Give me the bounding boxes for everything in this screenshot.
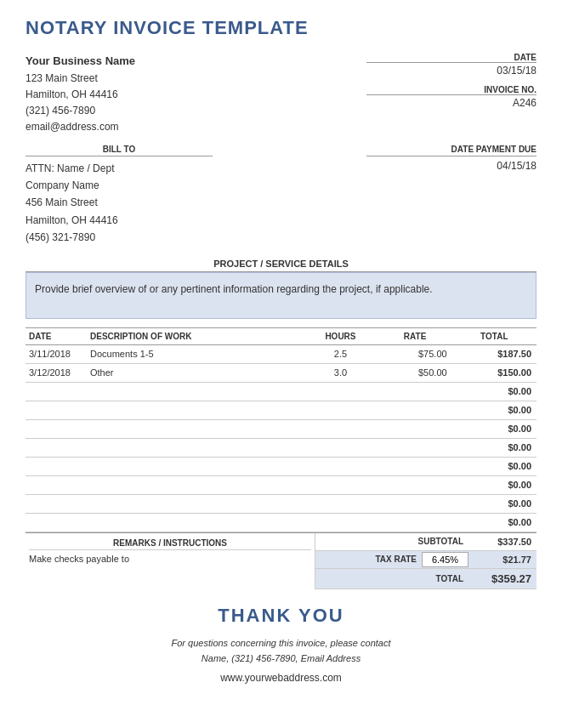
business-phone: (321) 456-7890: [26, 103, 135, 119]
date-payment-value: 04/15/18: [497, 160, 536, 172]
col-header-rate: RATE: [378, 327, 452, 344]
row-description: Documents 1-5: [87, 344, 303, 363]
total-final-row: TOTAL $359.27: [315, 569, 536, 589]
business-email: email@address.com: [26, 119, 135, 135]
row-rate: [378, 382, 452, 401]
subtotal-value: $337.50: [468, 533, 536, 550]
thank-you-section: THANK YOU For questions concerning this …: [26, 605, 536, 684]
bill-to-attn: ATTN: Name / Dept: [26, 160, 213, 177]
row-date: [26, 382, 87, 401]
bottom-section: REMARKS / INSTRUCTIONS Make checks payab…: [26, 532, 536, 589]
tax-rate-input[interactable]: [422, 552, 468, 567]
row-description: [87, 438, 303, 457]
total-label: TOTAL: [315, 571, 468, 587]
row-total: $0.00: [452, 475, 536, 494]
row-hours: [303, 401, 378, 419]
business-address1: 123 Main Street: [26, 71, 135, 87]
row-description: Other: [87, 363, 303, 382]
tax-rate-label: TAX RATE: [315, 551, 422, 567]
table-row: $0.00: [26, 419, 536, 438]
table-row: $0.00: [26, 494, 536, 513]
table-row: 3/12/2018 Other 3.0 $50.00 $150.00: [26, 363, 536, 382]
business-name: Your Business Name: [26, 53, 135, 71]
thank-you-text: THANK YOU: [26, 605, 536, 627]
row-rate: [378, 457, 452, 475]
header-section: Your Business Name 123 Main Street Hamil…: [26, 53, 536, 136]
row-date: [26, 513, 87, 532]
row-total: $187.50: [452, 344, 536, 363]
table-row: $0.00: [26, 438, 536, 457]
subtotal-label: SUBTOTAL: [315, 533, 468, 549]
bill-payment-section: BILL TO ATTN: Name / Dept Company Name 4…: [26, 145, 536, 247]
row-hours: 2.5: [303, 344, 378, 363]
invoice-no-value: A246: [366, 97, 536, 109]
row-rate: [378, 475, 452, 494]
business-address2: Hamilton, OH 44416: [26, 87, 135, 103]
row-rate: [378, 419, 452, 438]
row-description: [87, 401, 303, 419]
row-hours: [303, 419, 378, 438]
tax-amount: $21.77: [468, 551, 536, 568]
contact-line1: For questions concerning this invoice, p…: [171, 638, 390, 648]
col-header-total: TOTAL: [452, 327, 536, 344]
row-hours: [303, 494, 378, 513]
table-row: $0.00: [26, 401, 536, 419]
row-date: 3/12/2018: [26, 363, 87, 382]
bill-to-phone: (456) 321-7890: [26, 229, 213, 246]
website: www.yourwebaddress.com: [26, 672, 536, 684]
row-total: $0.00: [452, 401, 536, 419]
row-date: [26, 494, 87, 513]
row-rate: [378, 513, 452, 532]
row-rate: $50.00: [378, 363, 452, 382]
row-date: [26, 457, 87, 475]
row-rate: $75.00: [378, 344, 452, 363]
row-hours: [303, 438, 378, 457]
subtotal-row: SUBTOTAL $337.50: [315, 533, 536, 551]
row-total: $0.00: [452, 419, 536, 438]
business-info: Your Business Name 123 Main Street Hamil…: [26, 53, 135, 136]
row-total: $0.00: [452, 382, 536, 401]
row-description: [87, 419, 303, 438]
row-description: [87, 457, 303, 475]
row-date: [26, 419, 87, 438]
date-label: DATE: [366, 53, 536, 63]
table-row: $0.00: [26, 457, 536, 475]
row-date: 3/11/2018: [26, 344, 87, 363]
row-rate: [378, 438, 452, 457]
bill-to-address1: 456 Main Street: [26, 194, 213, 211]
date-value: 03/15/18: [366, 65, 536, 77]
bill-to-company: Company Name: [26, 177, 213, 194]
col-header-hours: HOURS: [303, 327, 378, 344]
table-row: $0.00: [26, 382, 536, 401]
remarks-text: Make checks payable to: [29, 554, 311, 564]
row-hours: [303, 475, 378, 494]
project-service-header: PROJECT / SERVICE DETAILS: [26, 259, 536, 272]
table-row: $0.00: [26, 475, 536, 494]
row-hours: [303, 513, 378, 532]
row-hours: [303, 382, 378, 401]
tax-row: TAX RATE $21.77: [315, 551, 536, 569]
remarks-label: REMARKS / INSTRUCTIONS: [29, 538, 311, 550]
row-hours: [303, 457, 378, 475]
table-row: 3/11/2018 Documents 1-5 2.5 $75.00 $187.…: [26, 344, 536, 363]
date-payment-block: DATE PAYMENT DUE 04/15/18: [366, 145, 536, 247]
row-total: $150.00: [452, 363, 536, 382]
bill-to-address2: Hamilton, OH 44416: [26, 212, 213, 229]
project-overview-box: Provide brief overview of or any pertine…: [26, 272, 536, 319]
row-total: $0.00: [452, 438, 536, 457]
bill-to-block: BILL TO ATTN: Name / Dept Company Name 4…: [26, 145, 213, 247]
row-description: [87, 382, 303, 401]
table-row: $0.00: [26, 513, 536, 532]
row-description: [87, 494, 303, 513]
row-total: $0.00: [452, 494, 536, 513]
totals-block: SUBTOTAL $337.50 TAX RATE $21.77 TOTAL $…: [315, 533, 536, 589]
remarks-block: REMARKS / INSTRUCTIONS Make checks payab…: [26, 533, 315, 589]
row-description: [87, 475, 303, 494]
total-value: $359.27: [468, 569, 536, 589]
page-title: NOTARY INVOICE TEMPLATE: [26, 17, 536, 39]
row-date: [26, 438, 87, 457]
row-hours: 3.0: [303, 363, 378, 382]
date-payment-label: DATE PAYMENT DUE: [366, 145, 536, 156]
col-header-description: DESCRIPTION OF WORK: [87, 327, 303, 344]
contact-line2: Name, (321) 456-7890, Email Address: [202, 653, 360, 663]
